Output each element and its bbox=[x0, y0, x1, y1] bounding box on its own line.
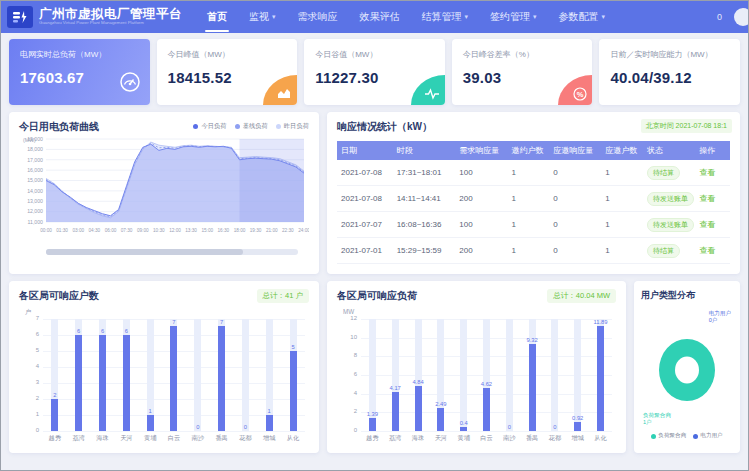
bar-value-label: 0 bbox=[196, 424, 199, 430]
beijing-time-badge: 北京时间 2021-07-08 18:1 bbox=[641, 119, 732, 133]
view-link[interactable]: 查看 bbox=[699, 168, 715, 177]
nav-item-5[interactable]: 签约管理▾ bbox=[479, 1, 548, 33]
bar bbox=[123, 335, 130, 431]
table-cell: 15:29~15:59 bbox=[393, 238, 456, 264]
bar bbox=[75, 335, 82, 431]
app-subtitle: Guangzhou Virtual Power Plant Management… bbox=[39, 21, 175, 26]
table-row: 2021-07-0817:31~18:01100101待结算查看 bbox=[337, 160, 730, 186]
table-cell: 0 bbox=[549, 186, 601, 212]
kpi-value: 11227.30 bbox=[315, 69, 434, 86]
bar-value-label: 2.49 bbox=[435, 401, 446, 407]
callout-value: 1户 bbox=[643, 419, 671, 426]
category-label: 海珠 bbox=[407, 434, 430, 443]
svg-text:15,000: 15,000 bbox=[27, 177, 43, 183]
user-type-legend: 负荷聚合商 电力用户 bbox=[641, 432, 733, 440]
table-cell: 2021-07-07 bbox=[337, 212, 393, 238]
nav-item-0[interactable]: 首页 bbox=[196, 1, 238, 33]
top-navbar: 广州市虚拟电厂管理平台 Guangzhou Virtual Power Plan… bbox=[1, 1, 748, 33]
category-label: 黄埔 bbox=[452, 434, 475, 443]
callout-value: 0户 bbox=[709, 317, 731, 324]
kpi-value: 40.04/39.12 bbox=[610, 69, 729, 86]
district-users-chart: 户 7654321026661707015 bbox=[43, 319, 305, 431]
category-label: 番禺 bbox=[210, 434, 234, 443]
category-label: 增城 bbox=[257, 434, 281, 443]
district-load-chart: MW 1210864201.394.174.842.490.44.6209.32… bbox=[361, 319, 612, 431]
nav-item-6[interactable]: 参数配置▾ bbox=[548, 1, 617, 33]
bar-value-label: 0 bbox=[244, 424, 247, 430]
response-table-body: 2021-07-0817:31~18:01100101待结算查看2021-07-… bbox=[337, 160, 730, 264]
y-tick: 4 bbox=[340, 390, 357, 396]
category-label: 南沙 bbox=[498, 434, 521, 443]
table-cell: 1 bbox=[507, 238, 549, 264]
bar-白云: 7 bbox=[162, 319, 186, 431]
y-tick: 6 bbox=[340, 371, 357, 377]
bar-黄埔: 0.4 bbox=[452, 319, 475, 431]
svg-text:12:00: 12:00 bbox=[169, 228, 181, 233]
nav-item-1[interactable]: 监视▾ bbox=[238, 1, 287, 33]
legend-item[interactable]: 昨日负荷 bbox=[276, 122, 309, 131]
user-type-card: 用户类型分布 电力用户 0户 负荷聚合商 1户 负荷聚合商 bbox=[634, 281, 740, 453]
legend-dot bbox=[693, 434, 698, 439]
table-row: 2021-07-0716:08~16:36100101待发送账单查看 bbox=[337, 212, 730, 238]
nav-item-4[interactable]: 结算管理▾ bbox=[411, 1, 480, 33]
load-curve-legend: 今日负荷基线负荷昨日负荷 bbox=[193, 122, 309, 131]
bar bbox=[437, 408, 444, 431]
y-tick: 7 bbox=[22, 315, 39, 321]
bar bbox=[392, 392, 399, 431]
kpi-value: 18415.52 bbox=[168, 69, 287, 86]
bar bbox=[483, 388, 490, 431]
svg-text:03:00: 03:00 bbox=[72, 228, 84, 233]
legend-item[interactable]: 基线负荷 bbox=[235, 122, 268, 131]
status-badge: 待发送账单 bbox=[647, 192, 694, 206]
y-tick: 1 bbox=[22, 411, 39, 417]
legend-item-aggregator[interactable]: 负荷聚合商 bbox=[651, 432, 686, 440]
y-tick: 2 bbox=[340, 408, 357, 414]
nav-item-2[interactable]: 需求响应 bbox=[287, 1, 349, 33]
bar-南沙: 0 bbox=[186, 319, 210, 431]
view-link[interactable]: 查看 bbox=[699, 194, 715, 203]
table-header-row: 日期时段需求响应量邀约户数应邀响应量应邀户数状态操作 bbox=[337, 141, 730, 160]
category-label: 白云 bbox=[475, 434, 498, 443]
table-cell: 200 bbox=[455, 238, 507, 264]
svg-text:%: % bbox=[577, 89, 584, 98]
category-label: 天河 bbox=[114, 434, 138, 443]
table-cell: 100 bbox=[455, 160, 507, 186]
dashboard-window: 广州市虚拟电厂管理平台 Guangzhou Virtual Power Plan… bbox=[0, 0, 749, 471]
legend-item-power-user[interactable]: 电力用户 bbox=[693, 432, 722, 440]
bar-增城: 0.92 bbox=[566, 319, 589, 431]
nav-item-3[interactable]: 效果评估 bbox=[349, 1, 411, 33]
svg-text:19:30: 19:30 bbox=[250, 228, 262, 233]
response-table: 日期时段需求响应量邀约户数应邀响应量应邀户数状态操作 2021-07-0817:… bbox=[337, 141, 730, 264]
bottom-row: 各区局可响应户数 总计：41 户 户 7654321026661707015 越… bbox=[9, 281, 740, 453]
category-label: 增城 bbox=[566, 434, 589, 443]
svg-text:07:30: 07:30 bbox=[121, 228, 133, 233]
district-users-title: 各区局可响应户数 bbox=[19, 289, 99, 303]
bar-value-label: 1 bbox=[149, 408, 152, 414]
bar bbox=[369, 418, 376, 431]
kpi-label: 日前／实时响应能力（MW） bbox=[610, 49, 729, 60]
bar-黄埔: 1 bbox=[138, 319, 162, 431]
bar-番禺: 9.32 bbox=[521, 319, 544, 431]
bar bbox=[290, 351, 297, 431]
user-avatar[interactable] bbox=[734, 8, 749, 26]
category-label: 荔湾 bbox=[384, 434, 407, 443]
svg-text:24:00: 24:00 bbox=[298, 228, 309, 233]
notification-badge[interactable]: 0 bbox=[717, 12, 722, 22]
district-load-card: 各区局可响应负荷 总计：40.04 MW MW 1210864201.394.1… bbox=[327, 281, 626, 453]
y-tick: 2 bbox=[22, 395, 39, 401]
bar-value-label: 0.92 bbox=[572, 415, 583, 421]
bar-value-label: 5 bbox=[291, 344, 294, 350]
donut-ring bbox=[659, 339, 715, 401]
svg-text:13,000: 13,000 bbox=[27, 198, 43, 204]
svg-text:22:30: 22:30 bbox=[282, 228, 294, 233]
data-zoom-slider[interactable] bbox=[46, 249, 298, 255]
category-label: 海珠 bbox=[91, 434, 115, 443]
view-link[interactable]: 查看 bbox=[699, 220, 715, 229]
bar-荔湾: 6 bbox=[67, 319, 91, 431]
table-cell: 1 bbox=[507, 212, 549, 238]
slider-range[interactable] bbox=[46, 249, 243, 255]
table-cell: 14:11~14:41 bbox=[393, 186, 456, 212]
legend-item[interactable]: 今日负荷 bbox=[193, 122, 226, 131]
view-link[interactable]: 查看 bbox=[699, 246, 715, 255]
category-label: 黄埔 bbox=[138, 434, 162, 443]
